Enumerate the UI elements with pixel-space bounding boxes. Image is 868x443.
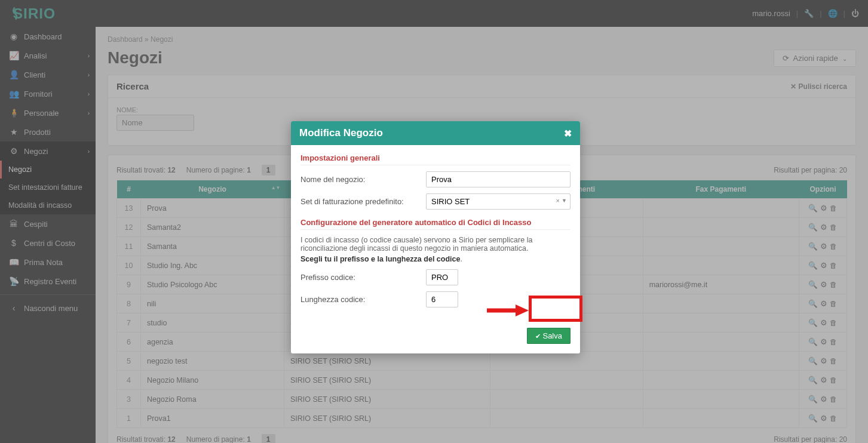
length-label: Lunghezza codice: xyxy=(300,295,426,304)
modal-desc-1: I codici di incasso (o codice causale) s… xyxy=(300,236,571,253)
chevron-down-icon: ▼ xyxy=(562,198,567,204)
prefix-input[interactable] xyxy=(426,269,458,285)
modal-title: Modifica Negozio xyxy=(299,127,383,139)
shop-name-label: Nome del negozio: xyxy=(300,175,426,184)
close-icon[interactable]: ✖ xyxy=(564,128,572,139)
edit-shop-modal: Modifica Negozio ✖ Impostazioni generali… xyxy=(291,121,580,353)
clear-icon[interactable]: × xyxy=(556,197,560,204)
length-input[interactable] xyxy=(426,291,458,307)
modal-section-general: Impostazioni generali xyxy=(300,153,571,165)
shop-name-input[interactable] xyxy=(426,171,571,187)
modal-section-codes: Configurazione del generatore automatico… xyxy=(300,218,571,230)
billing-set-select[interactable]: × ▼ xyxy=(426,193,571,210)
prefix-label: Prefisso codice: xyxy=(300,273,426,282)
billing-set-label: Set di fatturazione predefinito: xyxy=(300,197,426,206)
save-button[interactable]: Salva xyxy=(527,328,571,344)
modal-desc-2: Scegli tu il prefisso e la lunghezza del… xyxy=(300,255,460,263)
